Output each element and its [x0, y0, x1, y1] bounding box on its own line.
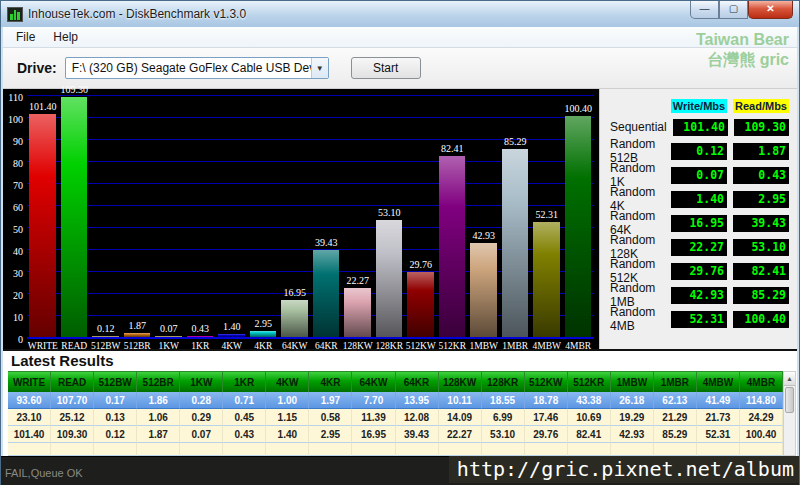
table-cell[interactable]: 16.95 [352, 426, 395, 443]
table-cell[interactable]: 0.12 [94, 426, 137, 443]
maximize-button[interactable]: ▢ [719, 1, 748, 19]
table-cell[interactable]: 1.87 [137, 426, 180, 443]
table-cell[interactable] [266, 443, 309, 456]
table-cell[interactable]: 53.10 [482, 426, 525, 443]
table-cell[interactable]: 0.58 [309, 409, 352, 426]
table-cell[interactable]: 13.95 [396, 392, 439, 409]
table-cell[interactable]: 22.27 [439, 426, 482, 443]
table-cell[interactable]: 29.76 [525, 426, 568, 443]
table-cell[interactable]: 24.29 [740, 409, 783, 426]
scrollbar-thumb[interactable] [785, 387, 794, 413]
table-cell[interactable] [309, 443, 352, 456]
table-cell[interactable]: 21.73 [697, 409, 740, 426]
table-cell[interactable]: 10.69 [568, 409, 611, 426]
column-header-512KR[interactable]: 512KR [568, 371, 611, 392]
table-cell[interactable]: 101.40 [8, 426, 51, 443]
column-header-128KR[interactable]: 128KR [482, 371, 525, 392]
table-cell[interactable]: 93.60 [8, 392, 51, 409]
table-cell[interactable]: 21.29 [654, 409, 697, 426]
table-cell[interactable] [137, 443, 180, 456]
table-cell[interactable]: 100.40 [740, 426, 783, 443]
table-cell[interactable] [482, 443, 525, 456]
column-header-512BR[interactable]: 512BR [137, 371, 180, 392]
table-cell[interactable] [568, 443, 611, 456]
table-cell[interactable]: 17.46 [525, 409, 568, 426]
table-cell[interactable]: 0.43 [223, 426, 266, 443]
start-button[interactable]: Start [351, 57, 421, 79]
column-header-READ[interactable]: READ [51, 371, 94, 392]
table-cell[interactable]: 11.39 [352, 409, 395, 426]
close-button[interactable]: ✕ [748, 1, 793, 19]
table-cell[interactable] [439, 443, 482, 456]
column-header-1MBW[interactable]: 1MBW [611, 371, 654, 392]
table-cell[interactable]: 23.10 [8, 409, 51, 426]
table-cell[interactable] [740, 443, 783, 456]
chevron-down-icon[interactable]: ▼ [311, 58, 328, 78]
table-cell[interactable]: 62.13 [654, 392, 697, 409]
table-cell[interactable]: 82.41 [568, 426, 611, 443]
column-header-64KR[interactable]: 64KR [396, 371, 439, 392]
column-header-512BW[interactable]: 512BW [94, 371, 137, 392]
table-cell[interactable] [697, 443, 740, 456]
table-cell[interactable]: 0.17 [94, 392, 137, 409]
column-header-4MBR[interactable]: 4MBR [740, 371, 783, 392]
title-bar[interactable]: InhouseTek.com - DiskBenchmark v1.3.0 — … [1, 1, 799, 27]
table-cell[interactable]: 6.99 [482, 409, 525, 426]
table-cell[interactable]: 0.45 [223, 409, 266, 426]
table-cell[interactable]: 107.70 [51, 392, 94, 409]
column-header-WRITE[interactable]: WRITE [8, 371, 51, 392]
table-cell[interactable]: 18.55 [482, 392, 525, 409]
table-cell[interactable]: 12.08 [396, 409, 439, 426]
table-cell[interactable]: 1.06 [137, 409, 180, 426]
column-header-4MBW[interactable]: 4MBW [697, 371, 740, 392]
column-header-4KR[interactable]: 4KR [309, 371, 352, 392]
table-cell[interactable]: 41.49 [697, 392, 740, 409]
minimize-button[interactable]: — [690, 1, 719, 19]
table-cell[interactable]: 26.18 [611, 392, 654, 409]
table-cell[interactable]: 0.13 [94, 409, 137, 426]
table-cell[interactable]: 39.43 [396, 426, 439, 443]
column-header-1KR[interactable]: 1KR [223, 371, 266, 392]
table-cell[interactable]: 19.29 [611, 409, 654, 426]
table-cell[interactable]: 18.78 [525, 392, 568, 409]
drive-dropdown[interactable]: F:\ (320 GB) Seagate GoFlex Cable USB De… [65, 57, 329, 79]
column-header-64KW[interactable]: 64KW [352, 371, 395, 392]
table-cell[interactable] [94, 443, 137, 456]
table-cell[interactable]: 109.30 [51, 426, 94, 443]
table-cell[interactable] [352, 443, 395, 456]
table-cell[interactable] [611, 443, 654, 456]
scrollbar-up-icon[interactable]: ▲ [784, 372, 795, 386]
column-header-1MBR[interactable]: 1MBR [654, 371, 697, 392]
table-cell[interactable] [180, 443, 223, 456]
table-cell[interactable]: 1.40 [266, 426, 309, 443]
results-scrollbar[interactable]: ▲ [783, 371, 796, 456]
table-cell[interactable] [8, 443, 51, 456]
table-cell[interactable]: 42.93 [611, 426, 654, 443]
table-cell[interactable]: 14.09 [439, 409, 482, 426]
column-header-512KW[interactable]: 512KW [525, 371, 568, 392]
table-cell[interactable]: 1.86 [137, 392, 180, 409]
table-cell[interactable]: 114.80 [740, 392, 783, 409]
column-header-128KW[interactable]: 128KW [439, 371, 482, 392]
table-cell[interactable]: 0.71 [223, 392, 266, 409]
column-header-4KW[interactable]: 4KW [266, 371, 309, 392]
table-cell[interactable]: 52.31 [697, 426, 740, 443]
table-cell[interactable]: 1.97 [309, 392, 352, 409]
table-cell[interactable] [223, 443, 266, 456]
table-cell[interactable] [525, 443, 568, 456]
table-cell[interactable] [51, 443, 94, 456]
menu-item-help[interactable]: Help [44, 28, 87, 46]
table-cell[interactable]: 0.07 [180, 426, 223, 443]
table-cell[interactable]: 0.29 [180, 409, 223, 426]
table-cell[interactable]: 43.38 [568, 392, 611, 409]
table-cell[interactable]: 25.12 [51, 409, 94, 426]
table-cell[interactable] [396, 443, 439, 456]
table-cell[interactable] [654, 443, 697, 456]
column-header-1KW[interactable]: 1KW [180, 371, 223, 392]
table-cell[interactable]: 7.70 [352, 392, 395, 409]
table-cell[interactable]: 1.15 [266, 409, 309, 426]
table-cell[interactable]: 10.11 [439, 392, 482, 409]
table-cell[interactable]: 2.95 [309, 426, 352, 443]
table-cell[interactable]: 85.29 [654, 426, 697, 443]
menu-item-file[interactable]: File [7, 28, 44, 46]
